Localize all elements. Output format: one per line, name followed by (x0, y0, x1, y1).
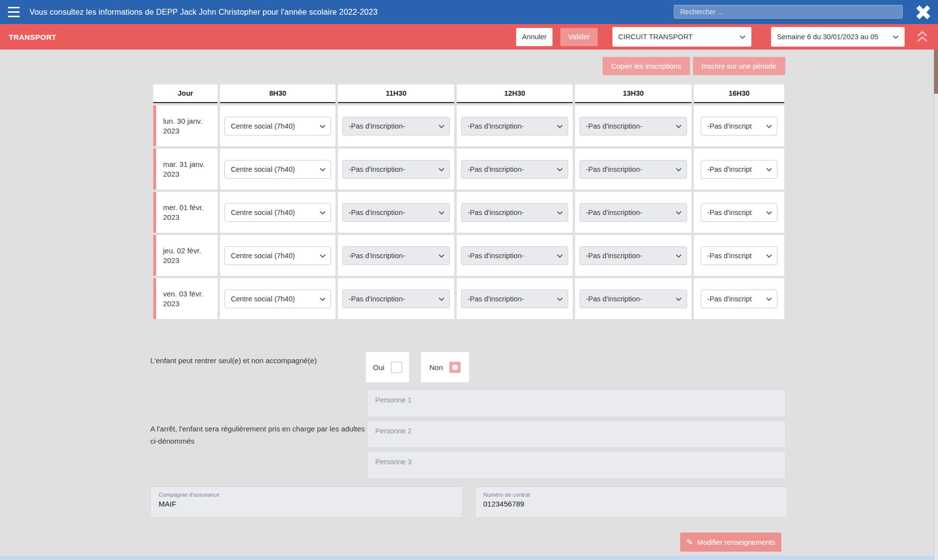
slot-cell: -Pas d'inscription- (457, 192, 573, 233)
slot-select[interactable]: -Pas d'inscription- (342, 203, 450, 222)
slot-cell: -Pas d'inscription- (338, 106, 454, 146)
slot-cell: -Pas d'inscription- (338, 149, 454, 189)
slot-select[interactable]: -Pas d'inscription- (342, 160, 450, 179)
page-title: Vous consultez les informations de DEPP … (29, 0, 378, 24)
person-1-input[interactable] (367, 389, 786, 417)
slot-select[interactable]: -Pas d'inscription- (461, 203, 568, 222)
oui-option[interactable]: Oui (366, 352, 409, 382)
slot-cell: -Pas d'inscript (694, 278, 784, 319)
contract-number-value: 0123456789 (483, 500, 779, 508)
slot-select[interactable]: -Pas d'inscription- (579, 117, 687, 135)
slot-select[interactable]: -Pas d'inscript (701, 117, 777, 135)
slot-cell: -Pas d'inscription- (457, 149, 573, 189)
chevron-down-icon (320, 209, 326, 216)
slot-select[interactable]: Centre social (7h40) (224, 290, 331, 308)
toolbar-controls: Annuler Valider CIRCUIT TRANSPORT Semain… (516, 24, 933, 50)
circuit-select[interactable]: CIRCUIT TRANSPORT (612, 27, 751, 47)
slot-select[interactable]: -Pas d'inscription- (461, 160, 568, 179)
non-option[interactable]: Non (421, 352, 469, 382)
chevron-down-icon (439, 122, 444, 130)
slot-select[interactable]: -Pas d'inscription- (579, 203, 687, 222)
slot-select[interactable]: -Pas d'inscript (701, 160, 777, 179)
scrollbar-thumb[interactable] (934, 50, 938, 94)
copy-inscriptions-button[interactable]: Copier les inscriptions (603, 57, 690, 75)
column-header-12h30: 12H30 (457, 84, 573, 103)
person-3-input[interactable] (367, 451, 786, 479)
adults-question: A l'arrêt, l'enfant sera régulièrement p… (150, 423, 366, 447)
inscribe-period-button[interactable]: Inscrire sur une période (693, 57, 785, 75)
slot-cell: -Pas d'inscription- (575, 235, 691, 276)
chevron-down-icon (557, 295, 563, 303)
week-select[interactable]: Semaine 6 du 30/01/2023 au 05 (771, 27, 905, 47)
chevron-down-icon (676, 122, 682, 130)
contract-number-field[interactable]: Numéro de contrat 0123456789 (475, 486, 787, 518)
oui-label: Oui (373, 363, 384, 372)
search-input[interactable] (674, 5, 903, 19)
non-checkbox[interactable] (449, 362, 461, 373)
person-2-input[interactable] (367, 420, 786, 448)
slot-select[interactable]: -Pas d'inscription- (461, 290, 568, 308)
insurance-company-field[interactable]: Compagnie d'assurance MAIF (150, 486, 463, 518)
slot-cell: -Pas d'inscription- (338, 278, 454, 319)
top-app-bar: Vous consultez les informations de DEPP … (0, 0, 938, 24)
chevron-down-icon (439, 252, 444, 260)
oui-checkbox[interactable] (391, 362, 402, 373)
slot-cell: -Pas d'inscript (694, 106, 784, 146)
chevron-down-icon (676, 252, 682, 260)
close-icon[interactable] (912, 1, 934, 23)
slot-select[interactable]: -Pas d'inscription- (579, 246, 687, 265)
insurance-company-value: MAIF (159, 500, 454, 508)
slot-select[interactable]: -Pas d'inscription- (342, 290, 450, 308)
collapse-up-icon[interactable] (911, 27, 933, 47)
chevron-down-icon (766, 165, 772, 173)
day-label: ven. 03 févr. 2023 (153, 278, 218, 319)
slot-select[interactable]: Centre social (7h40) (224, 246, 331, 265)
modify-info-button[interactable]: ✎ Modifier renseignements (680, 533, 781, 552)
chevron-down-icon (557, 252, 563, 260)
slot-cell: Centre social (7h40) (220, 149, 335, 189)
day-label: mar. 31 janv. 2023 (153, 149, 218, 189)
day-label: lun. 30 janv. 2023 (153, 106, 218, 146)
chevron-down-icon (439, 165, 444, 173)
slot-select[interactable]: -Pas d'inscription- (342, 246, 450, 265)
slot-cell: -Pas d'inscription- (575, 149, 691, 189)
chevron-down-icon (893, 33, 899, 41)
slot-cell: -Pas d'inscription- (575, 106, 691, 146)
chevron-down-icon (766, 252, 772, 260)
slot-cell: Centre social (7h40) (220, 278, 335, 319)
slot-cell: -Pas d'inscript (694, 192, 784, 233)
slot-cell: Centre social (7h40) (220, 192, 335, 233)
chevron-down-icon (320, 252, 326, 260)
slot-select[interactable]: Centre social (7h40) (224, 203, 331, 222)
slot-select[interactable]: -Pas d'inscription- (461, 117, 568, 135)
slot-select[interactable]: -Pas d'inscript (701, 246, 777, 265)
inscription-actions: Copier les inscriptions Inscrire sur une… (603, 57, 785, 75)
chevron-down-icon (766, 209, 772, 216)
slot-select[interactable]: Centre social (7h40) (224, 160, 331, 179)
vertical-scrollbar[interactable] (934, 50, 938, 560)
slot-cell: -Pas d'inscription- (338, 235, 454, 276)
chevron-down-icon (320, 122, 326, 130)
slot-select[interactable]: -Pas d'inscription- (579, 160, 687, 179)
chevron-down-icon (766, 295, 772, 303)
cancel-button[interactable]: Annuler (516, 28, 552, 46)
column-header-jour: Jour (153, 84, 218, 103)
slot-cell: -Pas d'inscription- (575, 192, 691, 233)
slot-select[interactable]: Centre social (7h40) (224, 117, 331, 135)
validate-button[interactable]: Valider (560, 28, 598, 46)
slot-select[interactable]: -Pas d'inscription- (579, 290, 687, 308)
slot-select[interactable]: -Pas d'inscript (701, 203, 777, 222)
non-label: Non (429, 363, 443, 372)
column-header-8h30: 8H30 (220, 84, 335, 103)
menu-icon[interactable] (8, 7, 20, 17)
chevron-down-icon (320, 165, 326, 173)
insurance-company-label: Compagnie d'assurance (159, 492, 454, 498)
day-label: jeu. 02 févr. 2023 (153, 235, 218, 276)
chevron-down-icon (676, 165, 682, 173)
slot-cell: -Pas d'inscript (694, 149, 784, 189)
slot-select[interactable]: -Pas d'inscript (701, 290, 777, 308)
slot-select[interactable]: -Pas d'inscription- (342, 117, 450, 135)
slot-select[interactable]: -Pas d'inscription- (461, 246, 568, 265)
column-header-16h30: 16H30 (694, 84, 784, 103)
pencil-icon: ✎ (686, 538, 692, 546)
